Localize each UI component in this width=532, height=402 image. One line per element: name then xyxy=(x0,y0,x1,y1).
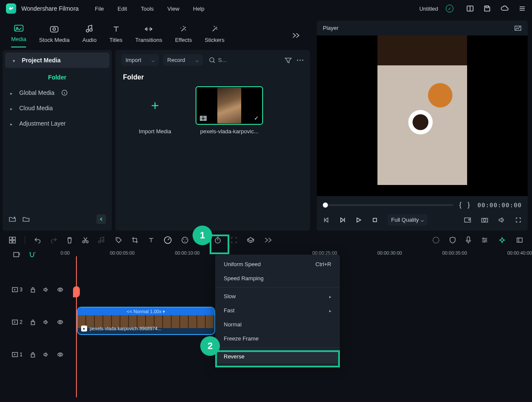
stop-icon[interactable] xyxy=(371,217,378,223)
playhead[interactable] xyxy=(76,256,77,397)
undo-icon[interactable] xyxy=(34,237,41,244)
eye-icon[interactable] xyxy=(57,287,64,292)
ctx-slow[interactable]: Slow xyxy=(215,289,340,303)
sidebar-item-label: Adjustment Layer xyxy=(19,120,66,127)
fullscreen-icon[interactable] xyxy=(515,217,522,223)
new-folder-icon[interactable] xyxy=(9,216,16,223)
sidebar-footer xyxy=(3,210,112,228)
timeline-clip[interactable]: << Normal 1.00x ▾ pexels-vlada-karpovich… xyxy=(77,307,215,335)
svg-rect-38 xyxy=(517,238,522,242)
import-media-tile[interactable]: + Import Media xyxy=(121,86,189,135)
crop-icon[interactable] xyxy=(131,236,139,244)
expand-icon[interactable] xyxy=(230,236,238,244)
volume-icon[interactable] xyxy=(498,217,506,223)
delete-icon[interactable] xyxy=(66,236,73,244)
menu-file[interactable]: File xyxy=(95,6,104,12)
media-tile[interactable]: ✓ pexels-vlada-karpovic... xyxy=(196,86,263,135)
play-step-icon[interactable] xyxy=(339,217,346,223)
ctx-uniform-speed[interactable]: Uniform SpeedCtrl+R xyxy=(215,257,340,271)
save-icon[interactable] xyxy=(483,5,491,12)
quality-select[interactable]: Full Quality ⌵ xyxy=(388,214,427,226)
tab-titles[interactable]: Titles xyxy=(109,24,123,47)
color-icon[interactable] xyxy=(181,236,189,244)
shield-icon[interactable] xyxy=(449,236,456,244)
audio-beat-icon[interactable] xyxy=(98,236,106,244)
title-bar: Wondershare Filmora File Edit Tools View… xyxy=(0,0,532,17)
tab-effects[interactable]: Effects xyxy=(175,24,192,47)
tab-transitions[interactable]: Transitions xyxy=(135,24,162,47)
eye-icon[interactable] xyxy=(57,320,64,325)
tabs-more-icon[interactable] xyxy=(291,32,301,39)
keyframe-icon[interactable] xyxy=(498,236,506,244)
mask-icon[interactable] xyxy=(246,236,255,244)
check-icon: ✓ xyxy=(254,115,259,121)
ruler-tick: 00:00:10:00 xyxy=(175,250,199,255)
source-tabs: Media Stock Media Audio Titles Transitio… xyxy=(0,17,313,47)
svg-point-31 xyxy=(186,239,187,240)
mixer-icon[interactable] xyxy=(481,237,488,244)
ctx-normal[interactable]: Normal xyxy=(215,317,340,332)
menu-edit[interactable]: Edit xyxy=(117,6,127,12)
ctx-freeze-frame[interactable]: Freeze Frame xyxy=(215,332,340,346)
sidebar-project-media[interactable]: Project Media xyxy=(5,53,109,68)
prev-frame-icon[interactable] xyxy=(323,217,330,223)
tab-stickers[interactable]: Stickers xyxy=(205,24,224,47)
ctx-speed-ramping[interactable]: Speed Ramping xyxy=(215,271,340,285)
magnet-icon[interactable] xyxy=(28,251,36,259)
record-dropdown[interactable]: Record xyxy=(163,54,203,66)
marker-icon[interactable] xyxy=(516,237,523,244)
clip-speed-bar[interactable]: << Normal 1.00x ▾ xyxy=(78,308,214,315)
mark-out-icon[interactable]: } xyxy=(468,201,470,209)
menu-help[interactable]: Help xyxy=(193,6,205,12)
detach-icon[interactable] xyxy=(464,217,471,223)
lock-icon[interactable] xyxy=(30,352,35,358)
mute-icon[interactable] xyxy=(43,320,49,325)
voiceover-icon[interactable] xyxy=(465,236,471,244)
redo-icon[interactable] xyxy=(50,237,58,244)
search-input[interactable]: S... xyxy=(209,57,227,64)
addtrack-icon[interactable] xyxy=(9,236,16,244)
split-icon[interactable] xyxy=(82,236,89,244)
folder-icon[interactable] xyxy=(22,216,30,223)
collapse-icon[interactable] xyxy=(96,214,106,224)
filter-icon[interactable] xyxy=(284,57,292,64)
annotation-highlight-2 xyxy=(215,350,340,367)
mark-in-icon[interactable]: { xyxy=(459,201,462,209)
tab-audio[interactable]: Audio xyxy=(82,24,96,47)
track-add-icon[interactable] xyxy=(13,251,20,259)
speed-icon[interactable] xyxy=(164,236,172,244)
ctx-fast[interactable]: Fast xyxy=(215,303,340,317)
tab-label: Stickers xyxy=(205,37,224,43)
lock-icon[interactable] xyxy=(30,287,35,293)
mute-icon[interactable] xyxy=(43,352,49,357)
render-icon[interactable] xyxy=(432,236,440,244)
eye-icon[interactable] xyxy=(57,352,64,357)
toolbar-more-icon[interactable] xyxy=(263,237,273,243)
layout-icon[interactable] xyxy=(466,5,474,12)
scope-icon[interactable] xyxy=(514,25,522,31)
more-icon[interactable] xyxy=(296,59,304,62)
tab-media[interactable]: Media xyxy=(11,23,26,47)
hamburger-icon[interactable] xyxy=(518,5,526,12)
text-icon[interactable] xyxy=(147,236,155,244)
snapshot-icon[interactable] xyxy=(481,217,488,223)
lock-icon[interactable] xyxy=(30,319,35,325)
cloud-icon[interactable] xyxy=(500,5,509,12)
import-dropdown[interactable]: Import xyxy=(121,54,159,66)
tab-stock[interactable]: Stock Media xyxy=(39,24,70,47)
scrub-row: { } 00:00:00:00 xyxy=(317,200,528,209)
svg-point-6 xyxy=(86,29,89,32)
scrub-bar[interactable] xyxy=(323,204,453,206)
sidebar-adjustment-layer[interactable]: Adjustment Layer xyxy=(3,116,112,131)
sidebar-global-media[interactable]: Global Media xyxy=(3,85,112,100)
menu-view[interactable]: View xyxy=(167,6,179,12)
svg-point-26 xyxy=(102,240,104,242)
sidebar-folder[interactable]: Folder xyxy=(3,70,112,85)
tag-icon[interactable] xyxy=(115,236,123,244)
mute-icon[interactable] xyxy=(43,287,49,292)
sidebar-cloud-media[interactable]: Cloud Media xyxy=(3,100,112,116)
player-preview[interactable] xyxy=(317,35,528,196)
media-row: Project Media Folder Global Media Cloud … xyxy=(0,47,313,231)
play-icon[interactable] xyxy=(355,217,362,223)
menu-tools[interactable]: Tools xyxy=(141,6,154,12)
